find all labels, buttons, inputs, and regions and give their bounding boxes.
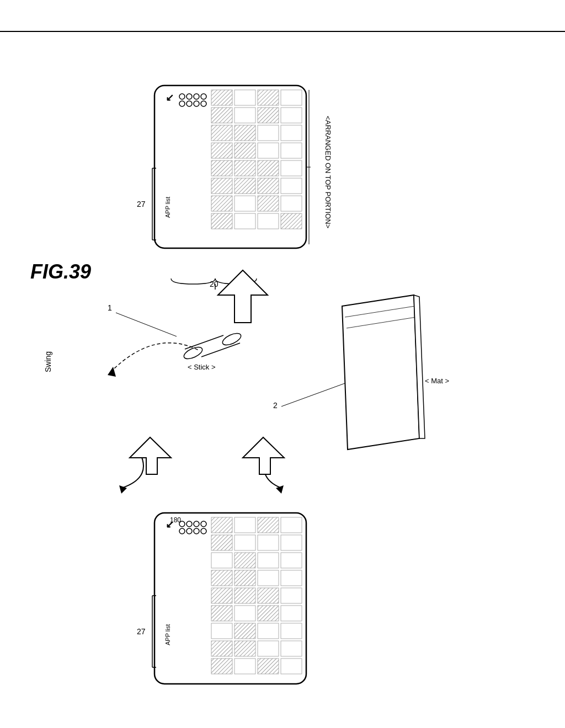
svg-rect-83	[234, 553, 255, 568]
svg-rect-25	[281, 143, 302, 158]
svg-rect-96	[258, 606, 279, 621]
svg-rect-105	[281, 641, 302, 656]
label-180: 180	[170, 516, 181, 524]
svg-rect-107	[234, 659, 255, 674]
svg-rect-31	[234, 178, 255, 194]
svg-rect-22	[211, 143, 232, 158]
svg-rect-16	[258, 108, 279, 123]
svg-text:↙: ↙	[166, 92, 174, 103]
svg-rect-90	[211, 588, 232, 603]
svg-rect-84	[258, 553, 279, 568]
svg-marker-49	[218, 270, 268, 323]
figure-label: FIG.39	[30, 260, 91, 283]
svg-rect-12	[258, 90, 279, 105]
svg-rect-80	[258, 535, 279, 550]
svg-rect-76	[258, 517, 279, 533]
svg-rect-88	[258, 570, 279, 586]
svg-rect-97	[281, 606, 302, 621]
svg-rect-77	[281, 517, 302, 533]
svg-rect-24	[258, 143, 279, 158]
svg-point-50	[182, 345, 204, 361]
svg-rect-108	[258, 659, 279, 674]
svg-rect-15	[234, 108, 255, 123]
svg-rect-28	[258, 160, 279, 176]
svg-rect-81	[281, 535, 302, 550]
svg-rect-32	[258, 178, 279, 194]
label-27-top: 27	[137, 200, 146, 208]
svg-marker-63	[130, 437, 171, 474]
svg-rect-36	[258, 196, 279, 211]
svg-rect-95	[234, 606, 255, 621]
svg-rect-18	[211, 125, 232, 141]
label-1: 1	[108, 303, 112, 312]
svg-line-60	[281, 383, 345, 406]
stick-label: < Stick >	[188, 363, 216, 371]
svg-rect-91	[234, 588, 255, 603]
label-27-bottom: 27	[137, 627, 146, 636]
svg-rect-79	[234, 535, 255, 550]
svg-rect-89	[281, 570, 302, 586]
svg-rect-106	[211, 659, 232, 674]
svg-rect-23	[234, 143, 255, 158]
svg-rect-13	[281, 90, 302, 105]
svg-rect-103	[234, 641, 255, 656]
svg-line-53	[201, 343, 240, 357]
label-2: 2	[273, 401, 278, 410]
svg-rect-99	[234, 623, 255, 639]
svg-rect-98	[211, 623, 232, 639]
svg-rect-87	[234, 570, 255, 586]
svg-rect-34	[211, 196, 232, 211]
svg-rect-26	[211, 160, 232, 176]
svg-rect-82	[211, 553, 232, 568]
svg-rect-30	[211, 178, 232, 194]
svg-rect-27	[234, 160, 255, 176]
svg-rect-102	[211, 641, 232, 656]
svg-line-55	[116, 313, 177, 336]
svg-marker-64	[243, 437, 284, 474]
svg-rect-37	[281, 196, 302, 211]
svg-rect-29	[281, 160, 302, 176]
svg-rect-20	[258, 125, 279, 141]
publication-date-sheet	[279, 15, 286, 25]
svg-rect-109	[281, 659, 302, 674]
svg-text:APP list: APP list	[164, 197, 171, 218]
svg-rect-39	[234, 213, 255, 229]
svg-point-51	[221, 331, 242, 347]
svg-rect-40	[258, 213, 279, 229]
figure-39-diagram: FIG.39 Swing ↙	[0, 41, 565, 728]
svg-rect-41	[281, 213, 302, 229]
svg-rect-14	[211, 108, 232, 123]
svg-rect-21	[281, 125, 302, 141]
svg-rect-38	[211, 213, 232, 229]
svg-rect-101	[281, 623, 302, 639]
svg-rect-94	[211, 606, 232, 621]
svg-rect-78	[211, 535, 232, 550]
svg-rect-85	[281, 553, 302, 568]
svg-rect-104	[258, 641, 279, 656]
svg-text:APP list: APP list	[164, 624, 171, 645]
svg-rect-10	[211, 90, 232, 105]
svg-rect-75	[234, 517, 255, 533]
svg-rect-92	[258, 588, 279, 603]
mat-label: < Mat >	[425, 377, 449, 385]
swing-label: Swing	[44, 351, 52, 372]
svg-rect-17	[281, 108, 302, 123]
svg-rect-100	[258, 623, 279, 639]
svg-rect-86	[211, 570, 232, 586]
page-header	[0, 0, 565, 32]
svg-rect-19	[234, 125, 255, 141]
arranged-label: <ARRANGED ON TOP PORTION>	[324, 116, 332, 228]
svg-rect-93	[281, 588, 302, 603]
svg-rect-11	[234, 90, 255, 105]
svg-rect-74	[211, 517, 232, 533]
svg-rect-35	[234, 196, 255, 211]
svg-rect-33	[281, 178, 302, 194]
